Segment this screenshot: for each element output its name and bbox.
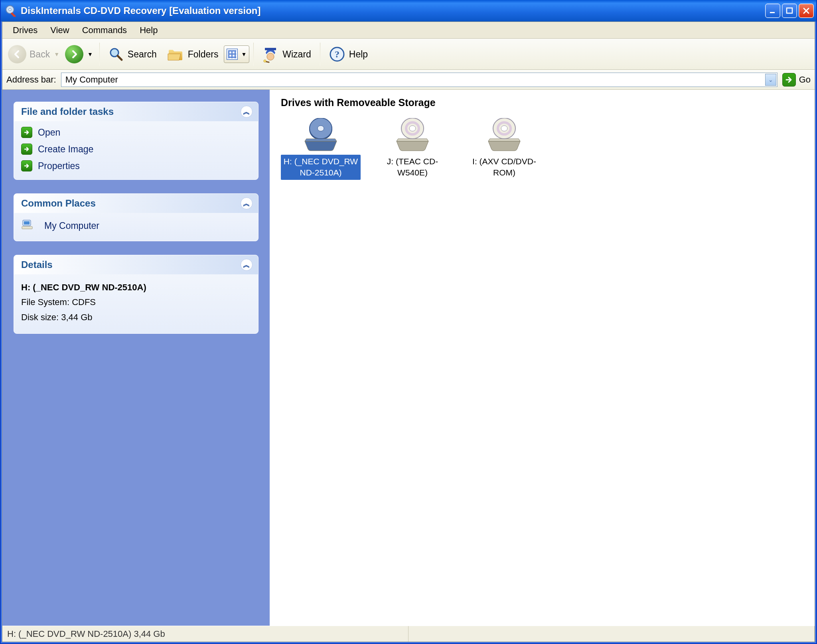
svg-point-22 — [501, 126, 507, 131]
places-panel: Common Places ︽ — [14, 193, 259, 241]
task-label: Properties — [38, 161, 80, 171]
address-label: Address bar: — [6, 75, 56, 85]
details-disk-size: Disk size: 3,44 Gb — [21, 310, 251, 325]
app-icon — [5, 5, 17, 17]
place-label: My Computer — [44, 221, 99, 231]
collapse-icon: ︽ — [241, 259, 253, 271]
views-button[interactable]: ▼ — [224, 45, 249, 63]
maximize-button[interactable] — [782, 4, 797, 18]
svg-rect-2 — [770, 12, 775, 13]
arrow-icon — [21, 144, 32, 155]
go-label: Go — [799, 75, 811, 85]
place-my-computer[interactable]: My Computer — [21, 219, 251, 233]
svg-point-19 — [409, 126, 416, 131]
arrow-icon — [21, 160, 32, 171]
drive-label: J: (TEAC CD-W540E) — [373, 155, 452, 180]
go-icon — [782, 73, 796, 87]
svg-point-16 — [318, 126, 324, 131]
svg-point-1 — [9, 8, 11, 11]
menu-drives[interactable]: Drives — [6, 24, 44, 37]
menu-help[interactable]: Help — [133, 24, 164, 37]
content-area: Drives with Removeable Storage H: ( — [270, 90, 815, 626]
side-panel: File and folder tasks ︽ Open — [2, 90, 270, 626]
toolbar: Back ▼ ▼ Search — [2, 39, 815, 70]
details-panel-title: Details — [21, 259, 53, 270]
task-properties[interactable]: Properties — [21, 160, 251, 171]
task-create-image[interactable]: Create Image — [21, 144, 251, 155]
cd-drive-icon — [464, 116, 544, 152]
address-value: My Computer — [65, 75, 765, 85]
search-icon — [109, 47, 124, 62]
help-label: Help — [349, 49, 368, 60]
title-bar[interactable]: DiskInternals CD-DVD Recovery [Evaluatio… — [1, 0, 816, 22]
arrow-icon — [21, 127, 32, 138]
svg-rect-12 — [22, 226, 32, 229]
address-field[interactable]: My Computer ⌄ — [61, 73, 778, 87]
details-panel: Details ︽ H: (_NEC DVD_RW ND-2510A) File… — [14, 255, 259, 334]
drive-label: I: (AXV CD/DVD-ROM) — [464, 155, 544, 180]
task-label: Create Image — [38, 144, 93, 155]
collapse-icon: ︽ — [241, 197, 253, 209]
wizard-label: Wizard — [282, 49, 311, 60]
drive-item-j[interactable]: J: (TEAC CD-W540E) — [373, 116, 452, 180]
tasks-panel-title: File and folder tasks — [21, 106, 114, 117]
help-icon: ? — [329, 46, 345, 62]
wizard-icon — [262, 45, 278, 63]
back-dropdown-icon: ▼ — [54, 51, 59, 57]
svg-text:?: ? — [335, 49, 339, 59]
drive-item-i[interactable]: I: (AXV CD/DVD-ROM) — [464, 116, 544, 180]
menu-view[interactable]: View — [44, 24, 75, 37]
forward-dropdown-icon[interactable]: ▼ — [87, 51, 93, 57]
back-label: Back — [30, 49, 50, 60]
svg-rect-3 — [787, 8, 792, 13]
svg-rect-6 — [265, 48, 276, 50]
details-filesystem: File System: CDFS — [21, 295, 251, 309]
folders-icon — [167, 47, 184, 62]
status-bar: H: (_NEC DVD_RW ND-2510A) 3,44 Gb — [2, 626, 815, 642]
task-label: Open — [38, 127, 60, 138]
status-text: H: (_NEC DVD_RW ND-2510A) 3,44 Gb — [2, 626, 408, 642]
computer-icon — [21, 219, 33, 233]
section-header: Drives with Removeable Storage — [270, 90, 815, 110]
minimize-button[interactable] — [765, 4, 780, 18]
details-panel-header[interactable]: Details ︽ — [14, 255, 258, 274]
search-label: Search — [128, 49, 157, 60]
back-icon — [8, 45, 26, 63]
drive-label: H: (_NEC DVD_RW ND-2510A) — [281, 155, 361, 180]
search-button[interactable]: Search — [104, 43, 162, 65]
close-button[interactable] — [799, 4, 814, 18]
folders-button[interactable]: Folders — [162, 43, 223, 65]
back-button: Back ▼ — [6, 43, 62, 65]
svg-rect-11 — [24, 221, 30, 225]
address-dropdown-icon[interactable]: ⌄ — [765, 74, 776, 86]
cd-drive-icon — [373, 116, 452, 152]
forward-icon — [65, 45, 83, 63]
collapse-icon: ︽ — [241, 106, 253, 118]
menu-bar: Drives View Commands Help — [2, 22, 815, 39]
menu-commands[interactable]: Commands — [76, 24, 133, 37]
cd-drive-icon — [281, 116, 361, 152]
places-panel-header[interactable]: Common Places ︽ — [14, 194, 258, 213]
wizard-button[interactable]: Wizard — [258, 43, 316, 65]
app-window: DiskInternals CD-DVD Recovery [Evaluatio… — [0, 0, 817, 644]
window-title: DiskInternals CD-DVD Recovery [Evaluatio… — [21, 5, 765, 16]
details-drive-name: H: (_NEC DVD_RW ND-2510A) — [21, 280, 251, 295]
views-icon — [227, 49, 238, 60]
views-dropdown-icon: ▼ — [241, 51, 247, 57]
svg-point-7 — [264, 60, 266, 62]
tasks-panel: File and folder tasks ︽ Open — [14, 102, 259, 180]
svg-point-5 — [267, 53, 274, 60]
drive-item-h[interactable]: H: (_NEC DVD_RW ND-2510A) — [281, 116, 361, 180]
go-button[interactable]: Go — [782, 73, 811, 87]
folders-label: Folders — [188, 49, 219, 60]
help-button[interactable]: ? Help — [324, 43, 373, 65]
places-panel-title: Common Places — [21, 198, 96, 209]
task-open[interactable]: Open — [21, 127, 251, 138]
address-bar: Address bar: My Computer ⌄ Go — [2, 70, 815, 90]
tasks-panel-header[interactable]: File and folder tasks ︽ — [14, 102, 258, 121]
forward-button[interactable]: ▼ — [63, 43, 95, 65]
